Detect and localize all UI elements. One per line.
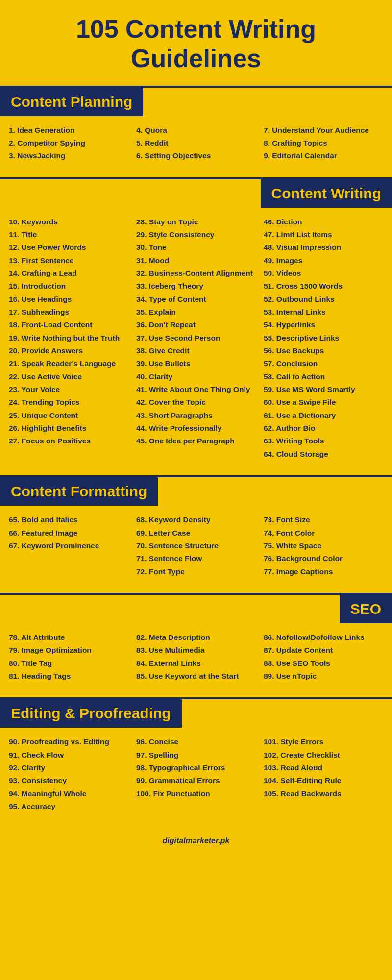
- col-content-planning-0: 1. Idea Generation2. Competitor Spying3.…: [5, 124, 132, 163]
- list-item: 17. Subheadings: [9, 306, 128, 318]
- list-item: 39. Use Bullets: [136, 357, 256, 370]
- list-item: 42. Cover the Topic: [136, 396, 256, 409]
- list-item: 26. Highlight Benefits: [9, 422, 128, 435]
- list-item: 25. Unique Content: [9, 409, 128, 422]
- list-item: 87. Update Content: [264, 644, 383, 657]
- list-item: 73. Font Size: [264, 514, 383, 526]
- list-item: 29. Style Consistency: [136, 228, 256, 241]
- list-item: 69. Letter Case: [136, 527, 256, 539]
- list-item: 44. Write Professionally: [136, 422, 256, 435]
- list-item: 11. Title: [9, 228, 128, 241]
- list-item: 64. Cloud Storage: [264, 448, 383, 461]
- list-item: 53. Internal Links: [264, 306, 383, 318]
- list-item: 85. Use Keyword at the Start: [136, 670, 256, 683]
- list-item: 8. Crafting Topics: [264, 137, 383, 149]
- list-item: 52. Outbound Links: [264, 293, 383, 306]
- list-item: 92. Clarity: [9, 761, 128, 774]
- list-item: 78. Alt Attribute: [9, 631, 128, 644]
- list-item: 84. External Links: [136, 657, 256, 670]
- footer-text: digitalmarketer.pk: [0, 828, 392, 852]
- main-title: 105 Content Writing Guidelines: [0, 0, 392, 86]
- list-item: 74. Font Color: [264, 527, 383, 539]
- list-item: 6. Setting Objectives: [136, 149, 256, 162]
- list-item: 62. Author Bio: [264, 422, 383, 435]
- section-header-content-planning: Content Planning: [11, 94, 132, 110]
- col-content-writing-2: 46. Diction47. Limit List Items48. Visua…: [260, 216, 387, 461]
- col-content-writing-1: 28. Stay on Topic29. Style Consistency30…: [132, 216, 260, 461]
- list-item: 59. Use MS Word Smartly: [264, 383, 383, 396]
- list-item: 89. Use nTopic: [264, 670, 383, 683]
- col-seo-1: 82. Meta Description83. Use Multimedia84…: [132, 631, 260, 683]
- list-item: 102. Create Checklist: [264, 749, 383, 761]
- section-content-planning: Content Planning 1. Idea Generation2. Co…: [0, 86, 392, 172]
- list-item: 49. Images: [264, 254, 383, 267]
- list-item: 31. Mood: [136, 254, 256, 267]
- col-editing-proofreading-1: 96. Concise97. Spelling98. Typographical…: [132, 735, 260, 813]
- list-item: 47. Limit List Items: [264, 228, 383, 241]
- list-item: 93. Consistency: [9, 774, 128, 787]
- list-item: 90. Proofreading vs. Editing: [9, 735, 128, 748]
- list-item: 76. Background Color: [264, 552, 383, 565]
- list-item: 96. Concise: [136, 735, 256, 748]
- list-item: 22. Use Active Voice: [9, 370, 128, 383]
- section-header-content-formatting: Content Formatting: [11, 483, 147, 499]
- list-item: 3. NewsJacking: [9, 149, 128, 162]
- list-item: 4. Quora: [136, 124, 256, 137]
- col-content-planning-2: 7. Understand Your Audience8. Crafting T…: [260, 124, 387, 163]
- list-item: 63. Writing Tools: [264, 435, 383, 447]
- list-item: 54. Hyperlinks: [264, 318, 383, 331]
- list-item: 28. Stay on Topic: [136, 216, 256, 228]
- list-item: 77. Image Captions: [264, 565, 383, 578]
- list-item: 79. Image Optimization: [9, 644, 128, 657]
- col-seo-2: 86. Nofollow/Dofollow Links87. Update Co…: [260, 631, 387, 683]
- list-item: 61. Use a Dictionary: [264, 409, 383, 422]
- section-header-editing-proofreading: Editing & Proofreading: [11, 705, 171, 721]
- list-item: 98. Typographical Errors: [136, 761, 256, 774]
- list-item: 13. First Sentence: [9, 254, 128, 267]
- list-item: 91. Check Flow: [9, 749, 128, 761]
- list-item: 5. Reddit: [136, 137, 256, 149]
- col-content-formatting-0: 65. Bold and Italics66. Featured Image67…: [5, 514, 132, 578]
- list-item: 2. Competitor Spying: [9, 137, 128, 149]
- list-item: 66. Featured Image: [9, 527, 128, 539]
- list-item: 35. Explain: [136, 306, 256, 318]
- list-item: 10. Keywords: [9, 216, 128, 228]
- list-item: 48. Visual Impression: [264, 241, 383, 254]
- list-item: 55. Descriptive Links: [264, 332, 383, 344]
- section-content-formatting: Content Formatting 65. Bold and Italics6…: [0, 475, 392, 588]
- col-editing-proofreading-0: 90. Proofreading vs. Editing91. Check Fl…: [5, 735, 132, 813]
- list-item: 50. Videos: [264, 267, 383, 280]
- list-item: 21. Speak Reader's Language: [9, 357, 128, 370]
- list-item: 80. Title Tag: [9, 657, 128, 670]
- list-item: 97. Spelling: [136, 749, 256, 761]
- list-item: 27. Focus on Positives: [9, 435, 128, 447]
- col-seo-0: 78. Alt Attribute79. Image Optimization8…: [5, 631, 132, 683]
- list-item: 94. Meaningful Whole: [9, 787, 128, 800]
- list-item: 72. Font Type: [136, 565, 256, 578]
- list-item: 30. Tone: [136, 241, 256, 254]
- list-item: 24. Trending Topics: [9, 396, 128, 409]
- section-editing-proofreading: Editing & Proofreading 90. Proofreading …: [0, 697, 392, 823]
- section-content-writing: Content Writing 10. Keywords11. Title12.…: [0, 177, 392, 471]
- col-content-formatting-2: 73. Font Size74. Font Color75. White Spa…: [260, 514, 387, 578]
- col-editing-proofreading-2: 101. Style Errors102. Create Checklist10…: [260, 735, 387, 813]
- list-item: 7. Understand Your Audience: [264, 124, 383, 137]
- list-item: 12. Use Power Words: [9, 241, 128, 254]
- list-item: 68. Keyword Density: [136, 514, 256, 526]
- list-item: 34. Type of Content: [136, 293, 256, 306]
- list-item: 104. Self-Editing Rule: [264, 774, 383, 787]
- list-item: 57. Conclusion: [264, 357, 383, 370]
- col-content-planning-1: 4. Quora5. Reddit6. Setting Objectives: [132, 124, 260, 163]
- list-item: 60. Use a Swipe File: [264, 396, 383, 409]
- list-item: 14. Crafting a Lead: [9, 267, 128, 280]
- list-item: 86. Nofollow/Dofollow Links: [264, 631, 383, 644]
- list-item: 15. Introduction: [9, 280, 128, 293]
- list-item: 40. Clarity: [136, 370, 256, 383]
- list-item: 75. White Space: [264, 539, 383, 552]
- list-item: 45. One Idea per Paragraph: [136, 435, 256, 447]
- list-item: 18. Front-Load Content: [9, 318, 128, 331]
- col-content-writing-0: 10. Keywords11. Title12. Use Power Words…: [5, 216, 132, 461]
- list-item: 36. Don't Repeat: [136, 318, 256, 331]
- list-item: 105. Read Backwards: [264, 787, 383, 800]
- section-seo: SEO 78. Alt Attribute79. Image Optimizat…: [0, 593, 392, 692]
